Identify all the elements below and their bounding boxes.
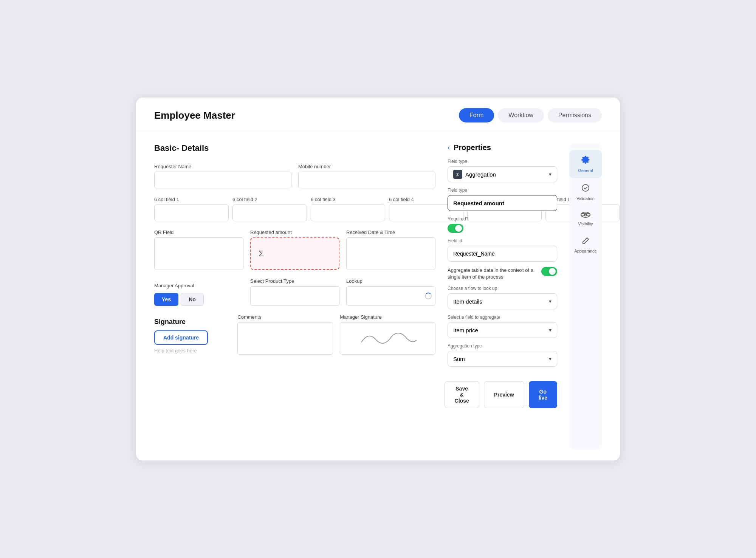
aggregate-row: Aggregate table data in the context of a… <box>448 267 557 281</box>
received-date-input[interactable] <box>346 237 435 270</box>
properties-panel: ‹ Properties Field type Σ Aggregation ▾ … <box>448 143 557 450</box>
row-5: Signature Add signature Help text goes h… <box>154 314 435 355</box>
aggregation-icon: Σ <box>453 170 462 179</box>
mobile-number-input[interactable] <box>298 172 435 188</box>
sidebar-item-validation[interactable]: Validation <box>569 178 602 206</box>
lookup-wrapper <box>346 286 435 306</box>
row-1: Requester Name Mobile number <box>154 164 435 188</box>
comments-input-area[interactable] <box>237 322 333 355</box>
select-product-label: Select Product Type <box>250 278 339 284</box>
received-date-label: Received Date & Time <box>346 229 435 235</box>
select-aggregate-label: Select a field to aggregate <box>448 315 557 320</box>
aggregate-label: Aggregate table data in the context of a… <box>448 267 538 281</box>
field-type-value: Aggregation <box>465 171 496 178</box>
manager-signature-image <box>340 322 435 355</box>
form-area: Basic- Details Requester Name Mobile num… <box>154 143 435 450</box>
approval-group: Yes No <box>154 293 243 306</box>
mobile-number-label: Mobile number <box>298 164 435 169</box>
choose-flow-select[interactable]: Item details ▾ <box>448 293 557 309</box>
lookup-field: Lookup <box>346 278 435 306</box>
received-date-field: Received Date & Time <box>346 229 435 270</box>
aggregation-type-chevron: ▾ <box>549 356 552 362</box>
lookup-loader-icon <box>425 293 432 299</box>
tab-workflow[interactable]: Workflow <box>498 108 544 122</box>
field-type-chevron: ▾ <box>549 171 552 177</box>
tab-form[interactable]: Form <box>459 108 494 122</box>
aggregate-toggle[interactable] <box>541 267 557 276</box>
aggregation-type-value: Sum <box>453 356 465 362</box>
manager-signature-label: Manager Signature <box>340 314 435 320</box>
field-id-input[interactable] <box>448 246 557 262</box>
sigma-icon: Σ <box>253 249 269 259</box>
qr-field: QR Field <box>154 229 243 270</box>
manager-approval-field: Manager Approval Yes No <box>154 283 243 306</box>
go-live-button[interactable]: Go live <box>529 381 557 408</box>
validation-icon <box>581 183 590 195</box>
manager-signature-field: Manager Signature <box>340 314 435 355</box>
page-title: Employee Master <box>154 110 447 121</box>
signature-title: Signature <box>154 318 231 326</box>
footer-buttons: Save & Close Preview Go live <box>448 381 557 408</box>
choose-flow-value: Item details <box>453 298 482 305</box>
tab-permissions[interactable]: Permissions <box>548 108 602 122</box>
visibility-icon <box>581 211 590 220</box>
select-product-input[interactable] <box>250 286 339 306</box>
choose-flow-label: Choose a flow to look up <box>448 286 557 291</box>
add-signature-button[interactable]: Add signature <box>154 330 208 345</box>
field-type-select[interactable]: Σ Aggregation ▾ <box>448 166 557 182</box>
6col-input-2[interactable] <box>232 205 307 221</box>
6col-label-1: 6 col field 1 <box>154 197 229 202</box>
select-aggregate-chevron: ▾ <box>549 327 552 333</box>
qr-input[interactable] <box>154 237 243 270</box>
requested-amount-selected[interactable]: Σ <box>250 237 339 270</box>
appearance-label: Appearance <box>574 249 596 253</box>
6col-field-2: 6 col field 2 <box>232 197 307 221</box>
yes-button[interactable]: Yes <box>154 293 178 306</box>
no-button[interactable]: No <box>181 293 204 306</box>
6col-label-2: 6 col field 2 <box>232 197 307 202</box>
aggregation-type-select[interactable]: Sum ▾ <box>448 351 557 367</box>
signature-section: Signature Add signature Help text goes h… <box>154 318 231 355</box>
sidebar-item-visibility[interactable]: Visibility <box>569 206 602 231</box>
lookup-input[interactable] <box>346 286 435 306</box>
6col-label-3: 6 col field 3 <box>311 197 385 202</box>
sidebar-item-general[interactable]: General <box>569 150 602 178</box>
field-id-label: Field id <box>448 238 557 243</box>
required-label: Required? <box>448 216 557 222</box>
save-close-button[interactable]: Save & Close <box>445 381 479 408</box>
manager-approval-label: Manager Approval <box>154 283 243 288</box>
field-type-label: Field type <box>448 159 557 164</box>
right-sidebar: General Validation <box>569 143 602 450</box>
required-toggle[interactable] <box>448 224 463 233</box>
general-label: General <box>578 168 593 173</box>
comments-field: Comments <box>237 314 333 355</box>
requested-amount-label: Requested amount <box>250 229 339 235</box>
preview-button[interactable]: Preview <box>484 381 524 408</box>
select-aggregate-select[interactable]: Item price ▾ <box>448 322 557 338</box>
properties-header: ‹ Properties <box>448 143 557 152</box>
sidebar-item-appearance[interactable]: Appearance <box>569 231 602 259</box>
tab-group: Form Workflow Permissions <box>459 108 602 122</box>
requester-name-input[interactable] <box>154 172 291 188</box>
required-toggle-row <box>448 224 557 233</box>
select-aggregate-value: Item price <box>453 327 478 333</box>
properties-title: Properties <box>454 143 491 152</box>
requester-name-field: Requester Name <box>154 164 291 188</box>
choose-flow-chevron: ▾ <box>549 298 552 304</box>
field-type2-input[interactable] <box>448 195 557 211</box>
comments-label: Comments <box>237 314 333 320</box>
six-col-row: 6 col field 1 6 col field 2 6 col field … <box>154 197 435 221</box>
properties-back-icon[interactable]: ‹ <box>448 144 450 152</box>
requested-amount-field: Requested amount Σ <box>250 229 339 270</box>
section-title: Basic- Details <box>154 143 435 153</box>
validation-label: Validation <box>576 196 595 201</box>
requester-name-label: Requester Name <box>154 164 291 169</box>
6col-input-1[interactable] <box>154 205 229 221</box>
help-text: Help text goes here <box>154 348 231 353</box>
6col-input-3[interactable] <box>311 205 385 221</box>
select-product-field: Select Product Type <box>250 278 339 306</box>
row-4: Manager Approval Yes No Select Product T… <box>154 278 435 306</box>
svg-point-0 <box>582 184 589 191</box>
field-type2-label: Field type <box>448 188 557 193</box>
mobile-number-field: Mobile number <box>298 164 435 188</box>
